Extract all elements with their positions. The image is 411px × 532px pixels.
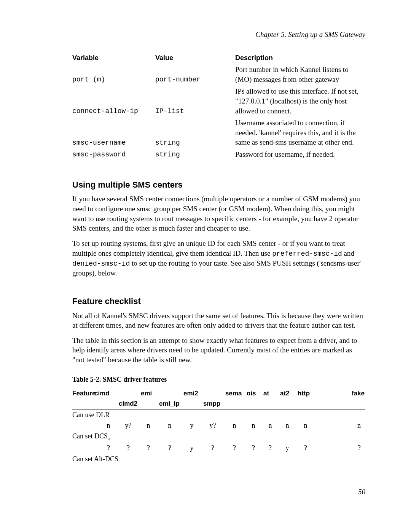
cell: n bbox=[100, 420, 117, 431]
col-emi: emi bbox=[139, 389, 158, 399]
value-cell: IP-list bbox=[155, 86, 235, 118]
cell: n bbox=[262, 420, 279, 431]
col-at: at bbox=[262, 389, 279, 399]
cell: n bbox=[245, 420, 262, 431]
section2-para1: Not all of Kannel's SMSC drivers support… bbox=[72, 311, 365, 330]
col-smpp: smpp bbox=[202, 399, 224, 409]
variable-cell: port (m) bbox=[72, 65, 155, 86]
cell: ? bbox=[100, 443, 117, 453]
defs-row: port (m) port-number Port number in whic… bbox=[72, 65, 365, 86]
col-http: http bbox=[296, 389, 315, 399]
page-number: 50 bbox=[72, 487, 365, 497]
cell: y bbox=[279, 443, 296, 453]
cell: ? bbox=[224, 443, 245, 453]
cell: y? bbox=[117, 420, 139, 431]
cell: y? bbox=[202, 420, 224, 431]
feature-row: Can use DLR bbox=[72, 409, 365, 420]
cell: ? bbox=[158, 443, 182, 453]
value-cell: string bbox=[155, 150, 235, 162]
feature-name: Can set Alt-DCS bbox=[72, 454, 365, 464]
cell: n bbox=[315, 420, 365, 431]
variable-cell: smsc-username bbox=[72, 118, 155, 150]
section2-para2: The table in this section is an attempt … bbox=[72, 336, 365, 365]
defs-row: smsc-password string Password for userna… bbox=[72, 150, 365, 162]
cell: ? bbox=[139, 443, 158, 453]
value-cell: string bbox=[155, 118, 235, 150]
col-variable: Variable bbox=[72, 53, 155, 65]
feature-row: Can set Alt-DCS bbox=[72, 454, 365, 464]
col-value: Value bbox=[155, 53, 235, 65]
cell: n bbox=[296, 420, 315, 431]
col-emi2: emi2 bbox=[182, 389, 202, 399]
section1-para1: If you have several SMS center connectio… bbox=[72, 194, 365, 233]
cell: ? bbox=[202, 443, 224, 453]
code-denied-smsc-id: denied-smsc-id bbox=[72, 260, 130, 268]
desc-cell: Username associated to connection, if ne… bbox=[235, 118, 365, 150]
cell: y bbox=[182, 443, 202, 453]
col-ois: ois bbox=[245, 389, 262, 399]
cell: n bbox=[224, 420, 245, 431]
feature-values-row: n y? n n y y? n n n n n n bbox=[72, 420, 365, 431]
col-cimd: cimd bbox=[94, 389, 110, 398]
desc-cell: Port number in which Kannel listens to (… bbox=[235, 65, 365, 86]
smsc-features-table: Featurecimd emi emi2 sema ois at at2 htt… bbox=[72, 389, 365, 464]
variable-cell: smsc-password bbox=[72, 150, 155, 162]
value-cell: port-number bbox=[155, 65, 235, 86]
col-description: Description bbox=[235, 53, 365, 65]
cell: ? bbox=[117, 443, 139, 453]
cell: n bbox=[158, 420, 182, 431]
section-using-multiple-heading: Using multiple SMS centers bbox=[72, 179, 365, 191]
cell: ? bbox=[296, 443, 315, 453]
cell: ? bbox=[315, 443, 365, 453]
table-5-2-caption: Table 5-2. SMSC driver features bbox=[72, 375, 365, 384]
col-cimd2: cimd2 bbox=[117, 399, 139, 409]
feature-name: Can set DCSa bbox=[72, 431, 365, 443]
cell: n bbox=[139, 420, 158, 431]
section-feature-checklist-heading: Feature checklist bbox=[72, 296, 365, 307]
chapter-header: Chapter 5. Setting up a SMS Gateway bbox=[72, 30, 365, 40]
cell: ? bbox=[262, 443, 279, 453]
feature-values-row: ? ? ? ? y ? ? ? ? y ? ? bbox=[72, 443, 365, 453]
variable-cell: connect-allow-ip bbox=[72, 86, 155, 118]
desc-cell: IPs allowed to use this interface. If no… bbox=[235, 86, 365, 118]
feature-name: Can use DLR bbox=[72, 409, 365, 420]
col-emi-ip: emi_ip bbox=[158, 399, 182, 409]
col-at2: at2 bbox=[279, 389, 296, 399]
variable-defs-table: Variable Value Description port (m) port… bbox=[72, 53, 365, 162]
defs-row: smsc-username string Username associated… bbox=[72, 118, 365, 150]
code-preferred-smsc-id: preferred-smsc-id bbox=[272, 250, 342, 258]
col-sema: sema bbox=[224, 389, 245, 399]
col-feature: Feature bbox=[72, 390, 96, 397]
feature-row: Can set DCSa bbox=[72, 431, 365, 443]
cell: n bbox=[279, 420, 296, 431]
section1-para2: To set up routing systems, first give an… bbox=[72, 239, 365, 278]
cell: y bbox=[182, 420, 202, 431]
desc-cell: Password for username, if needed. bbox=[235, 150, 365, 162]
col-fake: fake bbox=[315, 389, 365, 399]
defs-row: connect-allow-ip IP-list IPs allowed to … bbox=[72, 86, 365, 118]
text: and bbox=[342, 249, 354, 257]
cell: ? bbox=[245, 443, 262, 453]
